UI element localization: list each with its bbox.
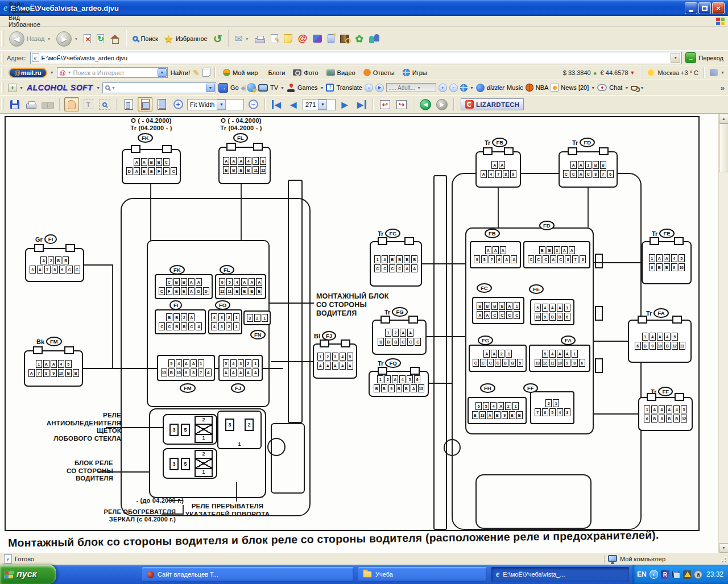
- layout-single-button[interactable]: [121, 97, 136, 111]
- zoom-out-button[interactable]: −: [246, 97, 260, 111]
- alcohol-translate-label[interactable]: Translate: [336, 84, 362, 91]
- lizardtech-badge[interactable]: LIZARDTECH: [461, 98, 524, 110]
- maximize-button[interactable]: [698, 2, 711, 14]
- close-button[interactable]: ×: [712, 2, 725, 14]
- alcohol-search-input[interactable]: ▼ ▼: [102, 82, 216, 93]
- news-icon[interactable]: [551, 84, 559, 92]
- volume-up-icon[interactable]: +: [439, 84, 447, 92]
- edit-button[interactable]: [268, 33, 280, 44]
- favorites-button[interactable]: ★ Избранное: [162, 31, 210, 47]
- toolbar-grip[interactable]: [1, 98, 3, 111]
- tray-warning-icon[interactable]: [683, 570, 691, 579]
- tray-app-icon-1[interactable]: R: [661, 570, 669, 579]
- home-button[interactable]: [107, 34, 122, 44]
- toolbar-grip[interactable]: [1, 31, 3, 47]
- forward-button[interactable]: ▶ ▼: [54, 30, 80, 48]
- nav-back-button[interactable]: ◀: [418, 97, 433, 111]
- back-button[interactable]: ◀ Назад ▼: [7, 30, 53, 48]
- mailru-settings-icon[interactable]: [710, 69, 718, 76]
- taskbar-task[interactable]: eE:\моЁ\Учеба\vista_...: [491, 567, 629, 582]
- menu-item-файл[interactable]: Файл: [3, 1, 46, 7]
- page-dropdown-icon[interactable]: ▼: [318, 100, 327, 110]
- mailru-agent-button[interactable]: @: [296, 32, 310, 45]
- find-button[interactable]: [40, 97, 55, 111]
- address-input[interactable]: e E:\моЁ\Учеба\vista_ardeo.djvu ▼: [30, 52, 682, 64]
- language-indicator[interactable]: EN: [637, 570, 647, 578]
- save-button[interactable]: [7, 97, 22, 111]
- taskbar-task[interactable]: Сайт владельцев Т...: [142, 567, 354, 582]
- prev-page-button[interactable]: ◀: [286, 97, 301, 111]
- mailru-item[interactable]: Блоги: [263, 69, 287, 76]
- rotate-left-button[interactable]: ↩: [378, 97, 392, 111]
- forward-dropdown-icon[interactable]: ▼: [74, 37, 78, 41]
- nav-forward-button[interactable]: ▶: [435, 97, 449, 111]
- music-label[interactable]: Music: [507, 84, 523, 91]
- page-number-select[interactable]: 271 ▼: [303, 99, 336, 110]
- stop-button[interactable]: ×: [81, 33, 93, 44]
- scrollbar-thumb[interactable]: [719, 123, 728, 172]
- menu-item-правка[interactable]: Правка: [3, 7, 46, 14]
- zoom-level-select[interactable]: Fit Width ▼: [187, 99, 244, 110]
- mailru-item[interactable]: Мой мир: [221, 69, 260, 76]
- mailru-find-button[interactable]: Найти!: [171, 69, 190, 76]
- mailru-logo-dropdown-icon[interactable]: ▼: [50, 71, 54, 74]
- address-dropdown-icon[interactable]: ▼: [671, 53, 680, 63]
- mailru-item[interactable]: Видео: [324, 69, 358, 76]
- scroll-up-icon[interactable]: ▲: [719, 114, 728, 123]
- alcohol-go-button[interactable]: → Go: [218, 83, 239, 93]
- media-play-icon[interactable]: ▶: [375, 84, 384, 92]
- search-button[interactable]: Поиск: [130, 34, 160, 43]
- notes-button[interactable]: [282, 33, 295, 44]
- toolbar-grip[interactable]: [1, 68, 3, 78]
- last-page-button[interactable]: ▶: [354, 97, 369, 111]
- tray-app-icon-2[interactable]: [672, 570, 680, 579]
- minimize-button[interactable]: [685, 2, 697, 14]
- scroll-down-icon[interactable]: ▼: [719, 543, 728, 553]
- print-page-button[interactable]: [24, 97, 39, 111]
- back-dropdown-icon[interactable]: ▼: [47, 37, 51, 41]
- refresh-button[interactable]: ↻: [94, 33, 106, 44]
- tv-label[interactable]: TV: [270, 84, 278, 91]
- taskbar-task[interactable]: Учеба: [358, 567, 487, 582]
- mailru-logo[interactable]: @mail.ru: [9, 68, 47, 78]
- research-button[interactable]: [338, 34, 351, 44]
- menu-item-вид[interactable]: Вид: [3, 14, 46, 21]
- toolbar-overflow-chevron[interactable]: »: [721, 84, 725, 92]
- copy-page-icon[interactable]: [202, 69, 209, 77]
- chat-label[interactable]: Chat: [609, 84, 622, 91]
- mail-button[interactable]: ✉▼: [233, 32, 251, 46]
- compose-icon[interactable]: ✎: [193, 68, 200, 77]
- vertical-scrollbar[interactable]: ▲ ▼: [718, 114, 728, 553]
- dizzler-label[interactable]: dizzler: [487, 85, 504, 91]
- alcohol-add-icon[interactable]: +: [8, 84, 17, 92]
- tv-icon[interactable]: [258, 84, 268, 92]
- dizzler-icon[interactable]: [476, 84, 485, 92]
- alcohol-search-dropdown-icon[interactable]: ▼: [206, 84, 215, 92]
- rotate-right-button[interactable]: ↪: [394, 97, 409, 111]
- translate-exclamation-icon[interactable]: !: [326, 84, 334, 92]
- toolbar-grip[interactable]: [1, 53, 3, 63]
- tray-chevron-icon[interactable]: ‹: [650, 570, 658, 579]
- zoom-select-button[interactable]: [97, 97, 112, 111]
- msn-button[interactable]: [367, 33, 382, 44]
- go-button[interactable]: → Переход: [685, 52, 723, 63]
- basketball-icon[interactable]: [526, 84, 533, 92]
- next-page-button[interactable]: ▶: [337, 97, 352, 111]
- chat-balloon-icon[interactable]: [597, 84, 607, 91]
- globe-shield-icon[interactable]: [247, 83, 256, 92]
- messenger-button[interactable]: [325, 33, 337, 44]
- volume-down-icon[interactable]: −: [449, 84, 458, 92]
- resize-grip[interactable]: [719, 555, 727, 563]
- alcohol-globe-icon[interactable]: [460, 84, 468, 92]
- tray-app-icon-3[interactable]: a: [694, 570, 702, 579]
- icq-button[interactable]: ✿: [353, 32, 365, 46]
- mailru-item[interactable]: Ответы: [361, 69, 397, 76]
- games-label[interactable]: Games: [297, 84, 317, 91]
- mailru-item[interactable]: Игры: [400, 69, 429, 76]
- drag-handle-icon[interactable]: ◆|: [241, 85, 245, 91]
- text-select-button[interactable]: T: [81, 97, 96, 111]
- alcohol-logo[interactable]: ALCOHOL SOFT: [27, 83, 93, 92]
- games-joystick-icon[interactable]: [287, 84, 295, 92]
- pan-tool-button[interactable]: [64, 97, 79, 111]
- news-label[interactable]: News [20]: [561, 84, 589, 91]
